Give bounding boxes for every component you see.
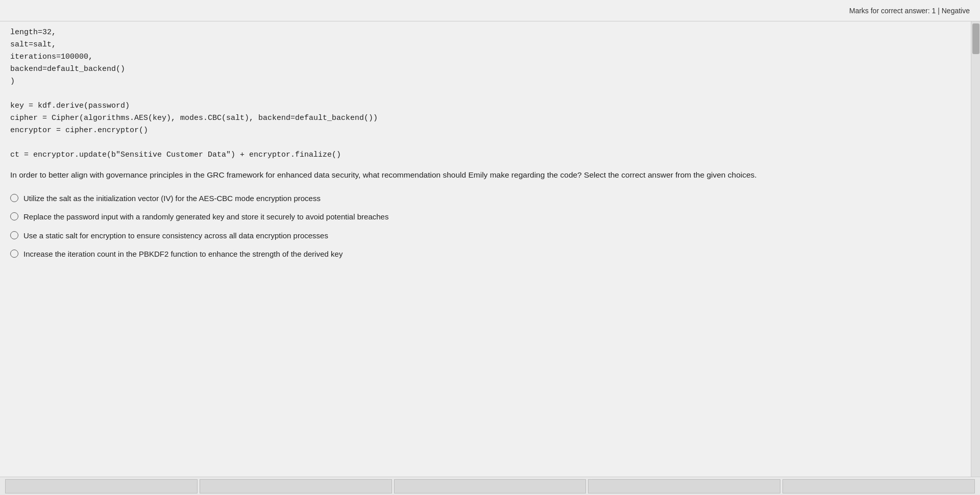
code-line-7: cipher = Cipher(algorithms.AES(key), mod… [10,112,970,125]
code-block: length=32, salt=salt, iterations=100000,… [10,27,970,161]
code-line-3: iterations=100000, [10,51,970,63]
code-blank-1 [10,88,970,100]
option-c-label: Use a static salt for encryption to ensu… [23,230,970,242]
code-line-1: length=32, [10,27,970,39]
code-line-8: encryptor = cipher.encryptor() [10,125,970,137]
bottom-segment-5 [782,479,975,493]
code-blank-2 [10,137,970,149]
code-line-6: key = kdf.derive(password) [10,100,970,112]
option-b-radio[interactable] [10,212,18,220]
option-c-radio[interactable] [10,231,18,239]
code-line-9: ct = encryptor.update(b"Sensitive Custom… [10,149,970,161]
scroll-thumb [972,23,979,54]
option-c[interactable]: Use a static salt for encryption to ensu… [10,230,970,242]
bottom-segment-4 [588,479,780,493]
header-bar: Marks for correct answer: 1 | Negative [0,0,980,21]
marks-info: Marks for correct answer: 1 | Negative [849,7,970,15]
main-content: length=32, salt=salt, iterations=100000,… [0,21,980,477]
code-line-2: salt=salt, [10,39,970,51]
scroll-indicator[interactable] [971,21,980,477]
option-a[interactable]: Utilize the salt as the initialization v… [10,193,970,205]
option-d[interactable]: Increase the iteration count in the PBKD… [10,249,970,260]
bottom-segment-1 [5,479,198,493]
options-list: Utilize the salt as the initialization v… [10,193,970,260]
page-container: Marks for correct answer: 1 | Negative l… [0,0,980,495]
code-line-4: backend=default_backend() [10,63,970,76]
bottom-segment-3 [394,479,586,493]
question-text: In order to better align with governance… [10,168,970,182]
option-b-label: Replace the password input with a random… [23,211,970,223]
bottom-bar [0,477,980,495]
code-line-5: ) [10,76,970,88]
option-d-label: Increase the iteration count in the PBKD… [23,249,970,260]
bottom-segment-2 [200,479,392,493]
option-a-radio[interactable] [10,194,18,202]
option-d-radio[interactable] [10,250,18,258]
option-b[interactable]: Replace the password input with a random… [10,211,970,223]
option-a-label: Utilize the salt as the initialization v… [23,193,970,205]
